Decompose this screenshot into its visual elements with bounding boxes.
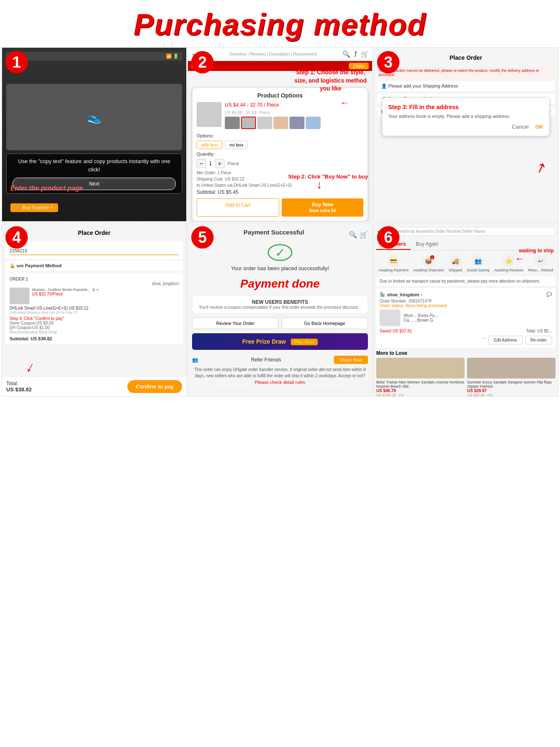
awaiting-shipment-status[interactable]: 📦 1 Awaiting Shipment [413,255,444,272]
edit-address-btn[interactable]: Edit Address [488,336,522,344]
order-actions: ··· Edit Address Re-order [380,336,552,344]
po-warning: Your transaction cannot be delivered, pl… [377,67,555,78]
confirm-pay-button[interactable]: Confirm to pay [127,380,182,393]
options-row: with box no box [197,141,363,149]
product-2[interactable]: Summer luxury Sandals Designer women Fli… [467,358,555,396]
po2-nav: ← Place Order [5,226,183,241]
orders-search-bar[interactable]: Search by keywords,Order Number,Seller N… [392,227,555,236]
secure-payment-label: 🔒 ure Payment Method [10,263,179,269]
qty-plus[interactable]: + [215,159,224,168]
product-modal: Product Options US $4.44 - 32.70 / Piece… [192,88,368,221]
share-icon[interactable]: ⤴ [354,51,357,58]
step1-annotation: Step 1: Choose the style, size, and logi… [293,68,368,93]
product-header: US $4.44 - 32.70 / Piece US $4.88 - 35.9… [197,102,363,131]
more-to-love-title: More to Love [376,350,555,356]
action-row: Add to Cart Buy Now Save extra $4 [197,198,363,217]
dh-coupon: DH Coupon:US $1.00 [10,325,179,330]
social-saving-status[interactable]: 👥 Social Saving [467,255,490,272]
order-product-thumb [380,310,400,326]
seller-info: 🏪 shoe_kingdom › [380,292,422,297]
tab-buy-again[interactable]: Buy Again [411,239,443,250]
payment-search-icon[interactable]: 🔍 [349,231,357,239]
reviews-icon: ⭐ [503,255,514,267]
shipped-status[interactable]: 🚚 Shipped [448,255,462,272]
buy-now-btn[interactable]: Buy Now Save extra $4 [282,198,363,217]
down-arrow-2: ↓ [317,178,322,191]
check-rules-link[interactable]: Please check detail rules [255,380,305,385]
homepage-btn[interactable]: Go Back Homepage [281,317,368,329]
social-saving-icon: 👥 [472,255,484,267]
order-product-row: Wom... Boots Po... Ca... ...Brown G [380,310,552,326]
product-thumbnail [197,102,222,127]
popup-buttons: Cancel OK [388,124,543,130]
play-now-btn[interactable]: Play Now [291,339,318,345]
quantity-label: Quantity: [197,151,363,156]
shipping-method2: DHLink Smart US Line(G+E+S) US $10.12 [10,306,179,310]
dots-btn[interactable]: ··· [482,336,486,344]
delivery-time: Estimated delivery time:Apr 29 to May 27 [10,310,179,315]
step-6-badge: 6 [377,226,399,249]
accept-button[interactable]: Accept [209,391,350,397]
return-refund-status[interactable]: ↩ Retur... Refund [528,255,553,272]
subtotal: Subtotal: US $5.45 [197,189,363,195]
share-now-btn[interactable]: Share Now [334,356,368,364]
orders-top-bar: ← ≡ Search by keywords,Order Number,Sell… [376,225,555,237]
shipping-address-section: 👤 Please add your Shipping Address [377,81,555,91]
return-icon: ↩ [535,255,546,267]
place-order-screen: ← Place Order Your transaction cannot be… [374,48,558,221]
po-nav: ← Place Order [377,51,555,67]
add-to-cart-btn[interactable]: Add to Cart [197,198,279,217]
waiting-arrow: ← [515,253,525,264]
search-icon[interactable]: 🔍 [342,50,351,58]
phone-screen-1: 3:50 📶 🔋 👟 Use the "copy text" feature a… [2,48,186,221]
subtotal4: Subtotal: US $38.82 [10,336,179,341]
review-order-btn[interactable]: Review Your Order [192,317,279,329]
refer-icon: 👥 [192,357,198,363]
step-6-cell: 6 ← ≡ Search by keywords,Order Number,Se… [373,222,558,397]
recommended: Recommended Best Deal [10,330,179,334]
awaiting-payment-status[interactable]: 💳 Awaiting Payment [379,255,409,272]
color-arrow: ← [340,98,349,108]
review-order2: ORDER 1 shoe_kingdom Women...Outdoor Boo… [5,273,183,344]
seller2: shoe_kingdom [10,281,179,286]
nav-title: Overview | Reviews | Description | Recom… [207,52,339,56]
payment-cart-icon[interactable]: 🛒 [360,231,368,239]
buy-together-btn[interactable]: 🛒 Buy Together + [10,203,58,212]
payment-top-bar: ← Payment Successful 🔍 🛒 [192,227,368,242]
qty-row: − 1 + Piece [197,159,363,168]
store-coupon: Store Coupon:US $3.00 [10,321,179,325]
order-card: 🏪 shoe_kingdom › 💬 Order Number: 3582471… [376,288,555,348]
product-2-price: US $29.97 [467,388,555,393]
reorder-btn[interactable]: Re-order [525,336,552,344]
cart-icon[interactable]: 🛒 [360,50,369,58]
saved-text: Saved US $37.81 [380,329,412,333]
product-1-name: Birks' Trainer Men Women Sandals Arizona… [376,380,465,388]
options-label: Options: [197,133,363,138]
message-icon[interactable]: 💬 [546,292,552,297]
product-2-thumb [467,358,555,378]
price-row: US $4.44 - 32.70 / Piece [225,102,321,108]
products-grid: Birks' Trainer Men Women Sandals Arizona… [376,358,555,396]
product-1[interactable]: Birks' Trainer Men Women Sandals Arizona… [376,358,465,396]
enter-product-label: Enter the product page [10,185,83,192]
seller-row: 🏪 shoe_kingdom › 💬 [380,292,552,297]
placed-text: Your order has been placed successfully! [231,265,329,271]
payment-icons: 🔍 🛒 [349,231,368,239]
step4-label: Step 4: Click "Confirm to pay" [10,316,179,321]
awaiting-payment-icon: 💳 [388,255,399,267]
po-title: Place Order [450,54,482,61]
step3-popup: Step 3: Fill in the address Your address… [382,98,550,136]
step2-annotation: Step 2: Click "Buy Now" to buy [288,173,368,180]
qty-minus[interactable]: − [197,159,206,168]
store-icon: 🏪 [380,292,385,297]
cancel-button[interactable]: Cancel [512,124,528,130]
payment-done-label: Payment done [240,277,319,290]
qty-value: 1 [209,161,212,166]
option-with-box[interactable]: with box [197,141,222,149]
prize-draw-banner: Free Prize Draw Play Now [192,333,368,350]
ok-button[interactable]: OK [536,124,544,130]
option-no-box[interactable]: no box [225,141,248,149]
product-info2: Women...Outdoor Boots Popsicle... US $32… [32,288,90,304]
seller-name[interactable]: shoe_kingdom [387,292,419,297]
shipment-notif: 1 [430,255,434,259]
